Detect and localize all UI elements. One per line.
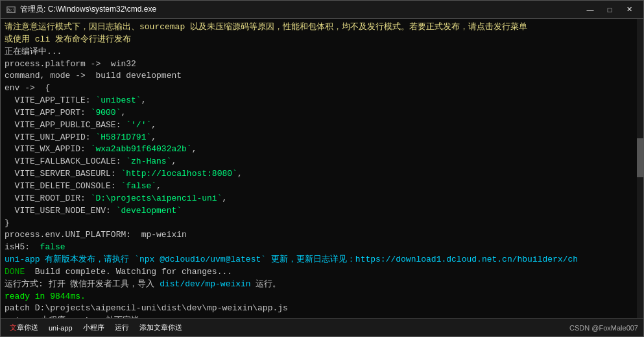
cmd-icon: C:\: [6, 5, 16, 15]
svg-text:C:\: C:\: [7, 7, 16, 12]
cmd-window: C:\ 管理员: C:\Windows\system32\cmd.exe — □…: [0, 0, 644, 337]
terminal-line: uniapp 小程序 worker 补丁完毕: [5, 315, 639, 318]
terminal-line: VITE_USER_NODE_ENV: `development`: [5, 205, 639, 218]
scrollbar-thumb[interactable]: [637, 138, 643, 177]
terminal-line: ready in 9844ms.: [5, 291, 639, 303]
window-title: 管理员: C:\Windows\system32\cmd.exe: [20, 4, 577, 15]
terminal-line: 正在编译中...: [5, 46, 639, 58]
terminal-line: DONE Build complete. Watching for change…: [5, 266, 639, 279]
terminal-line: }: [5, 218, 639, 230]
bottom-bar: 文章你送uni-app小程序运行添加文章你送 CSDN @FoxMale007: [1, 318, 643, 336]
terminal-line: command, mode -> build development: [5, 70, 639, 82]
bottom-bar-button[interactable]: 小程序: [79, 321, 108, 334]
terminal-line: process.platform -> win32: [5, 58, 639, 71]
terminal-line: VITE_DELETE_CONSOLE: `false`,: [5, 181, 639, 193]
terminal-content: 请注意意运行模式下，因日志输出、sourcemap 以及未压缩源码等原因，性能和…: [5, 21, 639, 318]
bottom-bar-button[interactable]: 运行: [111, 321, 133, 334]
bottom-bar-button[interactable]: 添加文章你送: [136, 321, 186, 334]
bottom-bar-button[interactable]: uni-app: [45, 323, 77, 333]
brand-text: CSDN @FoxMale007: [569, 324, 638, 332]
title-bar: C:\ 管理员: C:\Windows\system32\cmd.exe — □…: [1, 1, 643, 19]
terminal-line: isH5: false: [5, 242, 639, 254]
maximize-button[interactable]: □: [601, 3, 619, 16]
terminal-line: VITE_FALLBACK_LOCALE: `zh-Hans`,: [5, 156, 639, 168]
terminal-line: 请注意意运行模式下，因日志输出、sourcemap 以及未压缩源码等原因，性能和…: [5, 21, 639, 34]
terminal-line: patch D:\projects\aipencil-uni\dist\dev\…: [5, 303, 639, 315]
terminal-line: VITE_APP_TITLE: `unibest`,: [5, 95, 639, 107]
terminal-body[interactable]: 请注意意运行模式下，因日志输出、sourcemap 以及未压缩源码等原因，性能和…: [1, 19, 643, 318]
minimize-button[interactable]: —: [581, 3, 599, 16]
scrollbar[interactable]: [637, 19, 643, 318]
terminal-line: env -> {: [5, 82, 639, 95]
terminal-line: uni-app 有新版本发布，请执行 `npx @dcloudio/uvm@la…: [5, 254, 639, 266]
terminal-line: VITE_SERVER_BASEURL: `http://localhost:8…: [5, 168, 639, 181]
terminal-line: VITE_ROOT_DIR: `D:\projects\aipencil-uni…: [5, 193, 639, 205]
terminal-line: process.env.UNI_PLATFORM: mp-weixin: [5, 229, 639, 242]
terminal-line: 或使用 cli 发布命令行进行发布: [5, 34, 639, 46]
close-button[interactable]: ✕: [620, 3, 638, 16]
terminal-line: VITE_APP_PUBLIC_BASE: `'/'`,: [5, 119, 639, 132]
terminal-line: VITE_UNI_APPID: `H5871D791`,: [5, 132, 639, 144]
window-controls: — □ ✕: [581, 3, 638, 16]
bottom-bar-button[interactable]: 文章你送: [6, 321, 42, 334]
terminal-line: VITE_WX_APPID: `wxa2abb91f64032a2b`,: [5, 144, 639, 156]
terminal-line: VITE_APP_PORT: `9000`,: [5, 107, 639, 119]
bottom-bar-buttons: 文章你送uni-app小程序运行添加文章你送: [6, 321, 186, 334]
terminal-line: 运行方式: 打开 微信开发者工具，导入 dist/dev/mp-weixin 运…: [5, 279, 639, 291]
